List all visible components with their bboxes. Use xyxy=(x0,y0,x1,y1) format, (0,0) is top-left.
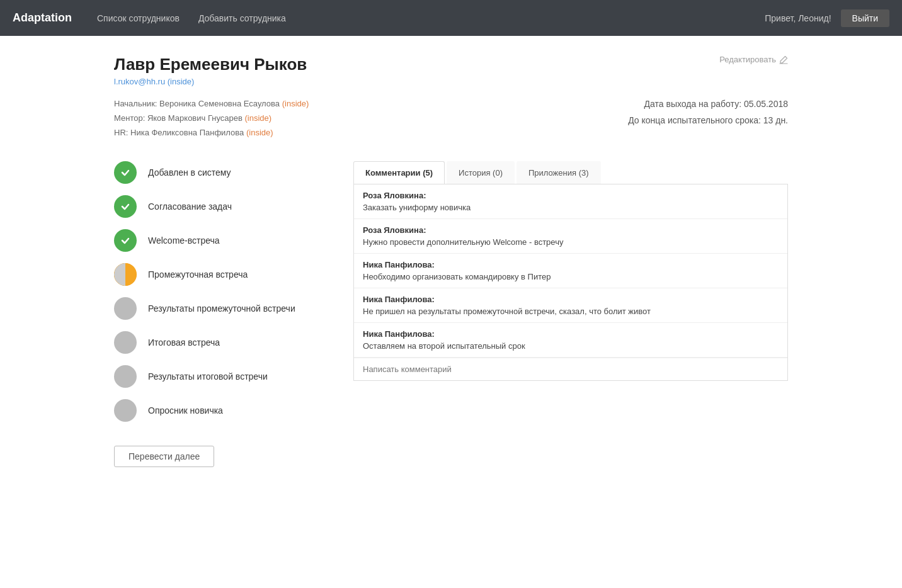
hr-label: HR: xyxy=(114,128,128,137)
comment-item: Ника Панфилова: Необходимо организовать … xyxy=(354,254,787,288)
comment-text: Нужно провести дополнительную Welcome - … xyxy=(363,237,779,247)
step-item: Welcome-встреча xyxy=(114,229,328,252)
hr-name: Ника Феликсовна Панфилова xyxy=(130,128,244,137)
comment-item: Роза Яловкина: Заказать униформу новичка xyxy=(354,184,787,219)
step-item: Итоговая встреча xyxy=(114,331,328,354)
step-item: Результаты итоговой встречи xyxy=(114,365,328,388)
mentor-name: Яков Маркович Гнусарев xyxy=(147,113,243,123)
comment-author: Ника Панфилова: xyxy=(363,295,779,304)
boss-link[interactable]: (inside) xyxy=(282,99,309,108)
hr-line: HR: Ника Феликсовна Панфилова (inside) xyxy=(114,128,432,137)
comment-item: Роза Яловкина: Нужно провести дополнител… xyxy=(354,219,787,254)
edit-label: Редактировать xyxy=(719,55,776,64)
step-label: Промежуточная встреча xyxy=(148,269,248,280)
hr-link[interactable]: (inside) xyxy=(246,128,273,137)
employee-header: Лавр Еремеевич Рыков l.rukov@hh.ru (insi… xyxy=(114,55,788,86)
right-column: Комментарии (5) История (0) Приложения (… xyxy=(353,161,788,381)
step-icon-gray xyxy=(114,297,137,320)
step-label: Welcome-встреча xyxy=(148,235,220,246)
mentor-link[interactable]: (inside) xyxy=(244,113,271,123)
step-label: Результаты итоговой встречи xyxy=(148,371,268,382)
comments-box: Роза Яловкина: Заказать униформу новичка… xyxy=(353,184,788,381)
comment-input[interactable] xyxy=(354,358,787,380)
step-icon-gray xyxy=(114,365,137,388)
employee-name: Лавр Еремеевич Рыков xyxy=(114,55,307,74)
step-icon-green xyxy=(114,195,137,218)
boss-name: Вероника Семеновна Есаулова xyxy=(159,99,280,108)
comment-text: Не пришел на результаты промежуточной вс… xyxy=(363,307,779,316)
edit-icon xyxy=(779,55,788,64)
logout-button[interactable]: Выйти xyxy=(841,9,889,27)
navbar: Adaptation Список сотрудников Добавить с… xyxy=(0,0,902,36)
half-circle-icon xyxy=(114,263,137,286)
nav-employees[interactable]: Список сотрудников xyxy=(97,13,180,23)
comment-author: Роза Яловкина: xyxy=(363,191,779,200)
info-right: Дата выхода на работу: 05.05.2018 До кон… xyxy=(470,99,788,142)
tabs: Комментарии (5) История (0) Приложения (… xyxy=(353,161,788,184)
comment-author: Ника Панфилова: xyxy=(363,329,779,339)
comment-item: Ника Панфилова: Оставляем на второй испы… xyxy=(354,323,787,358)
boss-label: Начальник: xyxy=(114,99,157,108)
step-icon-green xyxy=(114,161,137,184)
tab-history[interactable]: История (0) xyxy=(447,161,515,184)
step-item: Опросник новичка xyxy=(114,399,328,422)
main-columns: Добавлен в систему Согласование задач xyxy=(114,161,788,467)
comment-author: Роза Яловкина: xyxy=(363,225,779,235)
tab-attachments[interactable]: Приложения (3) xyxy=(517,161,601,184)
employee-info: Лавр Еремеевич Рыков l.rukov@hh.ru (insi… xyxy=(114,55,307,86)
checkmark-icon xyxy=(119,166,132,179)
tab-comments[interactable]: Комментарии (5) xyxy=(353,161,445,184)
comment-text: Необходимо организовать командировку в П… xyxy=(363,272,779,281)
comment-author: Ника Панфилова: xyxy=(363,260,779,269)
step-item: Промежуточная встреча xyxy=(114,263,328,286)
next-button[interactable]: Перевести далее xyxy=(114,446,214,467)
info-left: Начальник: Вероника Семеновна Есаулова (… xyxy=(114,99,432,142)
step-item: Результаты промежуточной встречи xyxy=(114,297,328,320)
employee-email[interactable]: l.rukov@hh.ru (inside) xyxy=(114,77,307,86)
start-date: Дата выхода на работу: 05.05.2018 xyxy=(470,99,788,109)
comment-text: Оставляем на второй испытательный срок xyxy=(363,341,779,351)
step-label: Опросник новичка xyxy=(148,405,223,416)
checkmark-icon xyxy=(119,234,132,247)
edit-link[interactable]: Редактировать xyxy=(719,55,788,64)
checkmark-icon xyxy=(119,200,132,213)
comment-text: Заказать униформу новичка xyxy=(363,203,779,212)
navbar-right: Привет, Леонид! Выйти xyxy=(765,9,889,27)
steps-column: Добавлен в систему Согласование задач xyxy=(114,161,328,467)
mentor-line: Ментор: Яков Маркович Гнусарев (inside) xyxy=(114,113,432,123)
nav-add-employee[interactable]: Добавить сотрудника xyxy=(198,13,286,23)
step-icon-yellow xyxy=(114,263,137,286)
step-label: Итоговая встреча xyxy=(148,337,220,348)
main-content: Лавр Еремеевич Рыков l.rukov@hh.ru (insi… xyxy=(89,55,813,467)
info-section: Начальник: Вероника Семеновна Есаулова (… xyxy=(114,99,788,142)
step-icon-gray xyxy=(114,331,137,354)
step-icon-green xyxy=(114,229,137,252)
mentor-label: Ментор: xyxy=(114,113,145,123)
brand[interactable]: Adaptation xyxy=(13,11,72,25)
greeting: Привет, Леонид! xyxy=(765,13,831,23)
boss-line: Начальник: Вероника Семеновна Есаулова (… xyxy=(114,99,432,108)
step-item: Согласование задач xyxy=(114,195,328,218)
step-label: Результаты промежуточной встречи xyxy=(148,303,295,314)
nav-links: Список сотрудников Добавить сотрудника xyxy=(97,13,765,23)
step-label: Добавлен в систему xyxy=(148,167,231,178)
step-icon-gray xyxy=(114,399,137,422)
trial-period: До конца испытательного срока: 13 дн. xyxy=(470,115,788,125)
comment-item: Ника Панфилова: Не пришел на результаты … xyxy=(354,288,787,323)
step-item: Добавлен в систему xyxy=(114,161,328,184)
step-label: Согласование задач xyxy=(148,201,232,212)
